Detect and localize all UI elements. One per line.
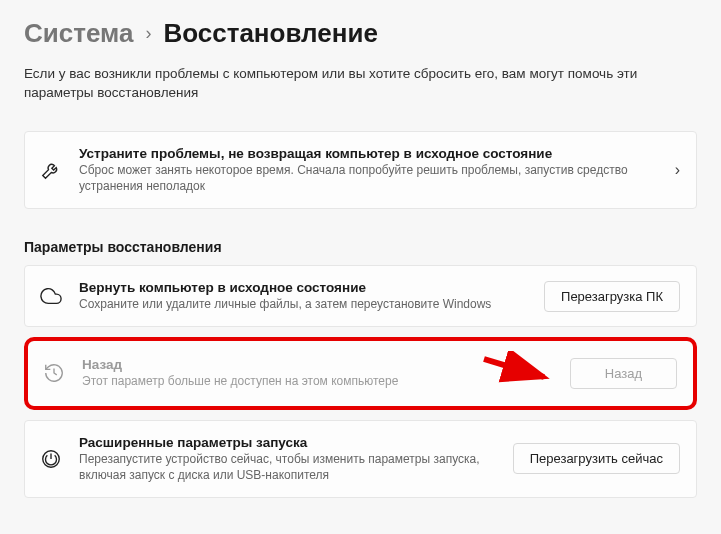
go-back-card: Назад Этот параметр больше не доступен н… <box>24 337 697 409</box>
go-back-subtitle: Этот параметр больше не доступен на этом… <box>82 373 556 389</box>
restart-now-button[interactable]: Перезагрузить сейчас <box>513 443 680 474</box>
gear-power-icon <box>37 445 65 473</box>
advanced-startup-title: Расширенные параметры запуска <box>79 435 499 450</box>
reset-pc-subtitle: Сохраните или удалите личные файлы, а за… <box>79 296 530 312</box>
go-back-button: Назад <box>570 358 677 389</box>
reset-pc-button[interactable]: Перезагрузка ПК <box>544 281 680 312</box>
advanced-startup-card: Расширенные параметры запуска Перезапуст… <box>24 420 697 498</box>
page-description: Если у вас возникли проблемы с компьютер… <box>24 65 664 103</box>
chevron-right-icon: › <box>145 23 151 44</box>
reset-pc-title: Вернуть компьютер в исходное состояние <box>79 280 530 295</box>
advanced-startup-subtitle: Перезапустите устройство сейчас, чтобы и… <box>79 451 499 483</box>
page-title: Восстановление <box>163 18 377 49</box>
reset-pc-card: Вернуть компьютер в исходное состояние С… <box>24 265 697 327</box>
troubleshoot-title: Устраните проблемы, не возвращая компьют… <box>79 146 661 161</box>
wrench-icon <box>37 156 65 184</box>
breadcrumb-parent[interactable]: Система <box>24 18 133 49</box>
cloud-reset-icon <box>37 282 65 310</box>
section-title: Параметры восстановления <box>24 239 697 255</box>
go-back-title: Назад <box>82 357 556 372</box>
history-icon <box>40 359 68 387</box>
breadcrumb: Система › Восстановление <box>24 18 697 49</box>
chevron-right-icon: › <box>675 161 680 179</box>
troubleshoot-card[interactable]: Устраните проблемы, не возвращая компьют… <box>24 131 697 209</box>
troubleshoot-subtitle: Сброс может занять некоторое время. Снач… <box>79 162 661 194</box>
